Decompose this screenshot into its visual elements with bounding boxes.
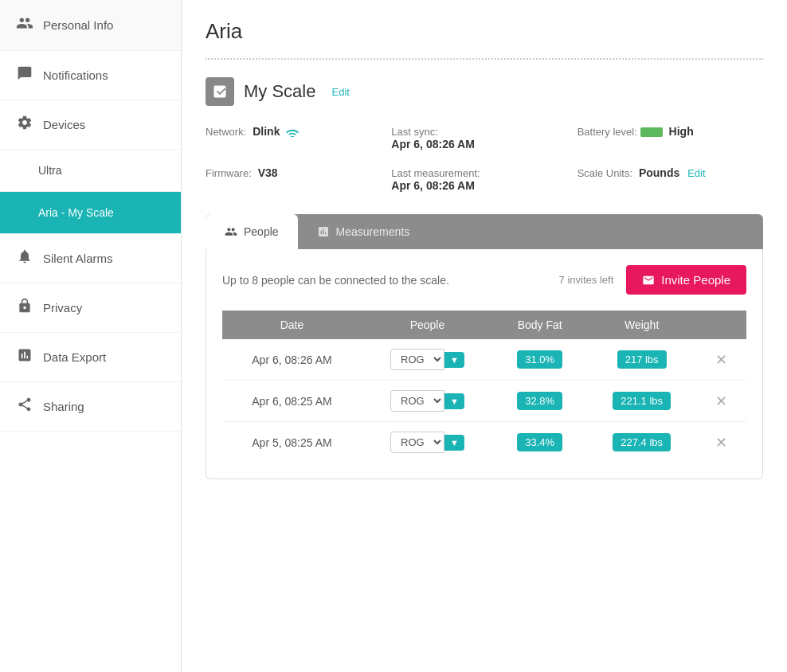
sidebar-item-notifications[interactable]: Notifications (0, 51, 181, 100)
scale-icon (206, 77, 234, 106)
divider (206, 58, 763, 60)
invite-people-button[interactable]: Invite People (626, 265, 746, 295)
invite-row: Up to 8 people can be connected to the s… (222, 265, 746, 295)
sidebar-item-label: Aria - My Scale (38, 206, 114, 219)
person-icon (16, 14, 33, 36)
sidebar-item-devices[interactable]: Devices (0, 100, 181, 150)
person-select[interactable]: ROG (390, 349, 444, 370)
sidebar-item-label: Personal Info (43, 18, 113, 32)
sidebar-item-aria-my-scale[interactable]: Aria - My Scale (0, 192, 181, 234)
body-fat-badge: 33.4% (517, 433, 562, 451)
tab-people[interactable]: People (206, 214, 298, 249)
tab-people-label: People (244, 225, 279, 238)
invite-actions: 7 invites left Invite People (559, 265, 746, 295)
tabs-bar: People Measurements (206, 214, 763, 249)
people-tab-icon (225, 225, 237, 238)
cell-person[interactable]: ROG ▼ (362, 339, 493, 381)
invite-description: Up to 8 people can be connected to the s… (222, 274, 449, 287)
firmware-cell: Firmware: V38 (206, 163, 391, 195)
cell-remove[interactable]: ✕ (697, 381, 746, 422)
cell-person[interactable]: ROG ▼ (362, 381, 493, 422)
table-row: Apr 6, 08:26 AM ROG ▼ 31.0% 217 lbs ✕ (222, 339, 746, 381)
tab-measurements-label: Measurements (336, 225, 410, 238)
sharing-icon (16, 397, 33, 416)
table-body: Apr 6, 08:26 AM ROG ▼ 31.0% 217 lbs ✕ Ap… (222, 339, 746, 463)
scale-units-edit-link[interactable]: Edit (687, 167, 705, 179)
sidebar-item-label: Notifications (43, 68, 108, 82)
sidebar-item-label: Data Export (43, 350, 106, 364)
sidebar-item-sharing[interactable]: Sharing (0, 382, 181, 432)
cell-weight: 227.4 lbs (586, 422, 696, 463)
weight-badge: 227.4 lbs (613, 433, 671, 451)
alarm-icon (16, 248, 33, 268)
sidebar-item-privacy[interactable]: Privacy (0, 283, 181, 333)
battery-cell: Battery level: High (578, 122, 763, 154)
body-fat-badge: 31.0% (517, 350, 562, 369)
devices-icon (16, 115, 33, 135)
tab-measurements[interactable]: Measurements (298, 214, 429, 249)
sidebar-item-label: Privacy (43, 301, 82, 315)
cell-date: Apr 6, 08:25 AM (222, 381, 362, 422)
sidebar-item-label: Silent Alarms (43, 252, 113, 265)
col-header-date: Date (222, 311, 362, 339)
cell-remove[interactable]: ✕ (697, 422, 746, 463)
table-row: Apr 6, 08:25 AM ROG ▼ 32.8% 221.1 lbs ✕ (222, 381, 746, 422)
col-header-body-fat: Body Fat (493, 311, 586, 339)
measurements-table: Date People Body Fat Weight Apr 6, 08:26… (222, 311, 746, 463)
scale-edit-link[interactable]: Edit (331, 86, 349, 98)
sidebar-item-ultra[interactable]: Ultra (0, 150, 181, 192)
scale-header: My Scale Edit (206, 77, 763, 106)
sidebar: Personal Info Notifications Devices Ultr… (0, 0, 182, 672)
col-header-actions (697, 311, 746, 339)
sidebar-item-label: Ultra (38, 164, 62, 177)
cell-person[interactable]: ROG ▼ (362, 422, 493, 463)
dropdown-arrow[interactable]: ▼ (444, 352, 464, 368)
weight-badge: 221.1 lbs (613, 392, 671, 410)
col-header-weight: Weight (586, 311, 696, 339)
network-cell: Network: Dlink (206, 122, 391, 154)
cell-date: Apr 6, 08:26 AM (222, 339, 362, 381)
wifi-icon (286, 127, 299, 137)
body-fat-badge: 32.8% (517, 392, 562, 410)
cell-body-fat: 33.4% (493, 422, 586, 463)
cell-date: Apr 5, 08:25 AM (222, 422, 362, 463)
page-title: Aria (206, 19, 763, 44)
remove-button[interactable]: ✕ (715, 393, 727, 410)
data-export-icon (16, 347, 33, 367)
battery-bar (640, 127, 663, 137)
col-header-people: People (362, 311, 493, 339)
person-select[interactable]: ROG (390, 390, 444, 412)
weight-badge: 217 lbs (617, 350, 667, 369)
sidebar-item-silent-alarms[interactable]: Silent Alarms (0, 234, 181, 283)
tab-content-people: Up to 8 people can be connected to the s… (206, 249, 763, 479)
cell-weight: 221.1 lbs (586, 381, 696, 422)
tabs-wrapper: People Measurements Up to 8 people can b… (206, 214, 763, 479)
sidebar-item-personal-info[interactable]: Personal Info (0, 0, 181, 51)
cell-body-fat: 32.8% (493, 381, 586, 422)
person-select[interactable]: ROG (390, 432, 444, 453)
cell-body-fat: 31.0% (493, 339, 586, 381)
sidebar-item-data-export[interactable]: Data Export (0, 333, 181, 382)
main-content: Aria My Scale Edit Network: Dlink Last s… (182, 0, 787, 672)
measurements-tab-icon (317, 225, 330, 238)
last-sync-cell: Last sync: Apr 6, 08:26 AM (391, 122, 577, 154)
invite-icon (642, 274, 655, 287)
cell-weight: 217 lbs (586, 339, 696, 381)
dropdown-arrow[interactable]: ▼ (444, 435, 464, 451)
last-measurement-cell: Last measurement: Apr 6, 08:26 AM (391, 163, 577, 195)
table-row: Apr 5, 08:25 AM ROG ▼ 33.4% 227.4 lbs ✕ (222, 422, 746, 463)
notifications-icon (16, 65, 33, 85)
scale-name: My Scale (244, 81, 315, 102)
sidebar-item-label: Sharing (43, 400, 84, 413)
scale-info-grid: Network: Dlink Last sync: Apr 6, 08:26 A… (206, 122, 763, 195)
invites-left: 7 invites left (559, 274, 614, 286)
privacy-icon (16, 298, 33, 318)
remove-button[interactable]: ✕ (715, 434, 727, 451)
sidebar-item-label: Devices (43, 118, 85, 131)
cell-remove[interactable]: ✕ (697, 339, 746, 381)
dropdown-arrow[interactable]: ▼ (444, 393, 464, 409)
scale-units-cell: Scale Units: Pounds Edit (578, 163, 763, 195)
remove-button[interactable]: ✕ (715, 351, 727, 369)
invite-button-label: Invite People (661, 273, 730, 287)
table-header: Date People Body Fat Weight (222, 311, 746, 339)
